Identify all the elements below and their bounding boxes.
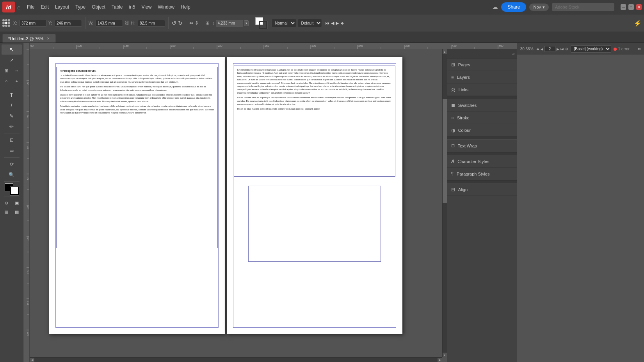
menu-file[interactable]: File: [24, 3, 37, 11]
line-tool[interactable]: /: [2, 100, 22, 110]
w-input[interactable]: [96, 20, 123, 27]
align-distribute-icon[interactable]: ⊞: [205, 20, 210, 26]
lightning-icon[interactable]: ⚡: [634, 20, 642, 27]
first-page-button[interactable]: ⏮: [536, 47, 539, 51]
selection-tool[interactable]: ↖: [2, 44, 22, 55]
menu-table[interactable]: Table: [109, 3, 126, 11]
menu-in5[interactable]: in5: [126, 3, 139, 11]
share-button[interactable]: Share: [501, 2, 526, 12]
prev-frame-button[interactable]: ⏮: [325, 21, 329, 25]
menu-edit[interactable]: Edit: [37, 3, 52, 11]
flip-v-button[interactable]: ⇕: [195, 20, 199, 26]
content-placer[interactable]: +: [12, 76, 22, 86]
menu-type[interactable]: Type: [72, 3, 89, 11]
content-collector[interactable]: ○: [1, 76, 11, 86]
h-input[interactable]: [138, 20, 165, 27]
w-dim-group: W:: [89, 20, 123, 27]
type-tool[interactable]: T: [2, 90, 22, 100]
text-frame-left[interactable]: Ferorespério corumqui rerunt. Ur aci den…: [56, 67, 218, 248]
scroll-left-button[interactable]: ◀: [30, 358, 34, 362]
adobe-stock-search[interactable]: [552, 3, 614, 11]
rectangle-frame-tool[interactable]: ⊡: [2, 135, 22, 145]
menu-help[interactable]: Help: [178, 3, 194, 11]
win-maximize-button[interactable]: □: [628, 4, 634, 10]
menu-layout[interactable]: Layout: [52, 3, 72, 11]
x-input[interactable]: [20, 20, 47, 27]
w-label: W:: [89, 21, 95, 25]
panel-item-paragraph-styles[interactable]: ¶ Paragraph Styles: [447, 168, 517, 180]
horizontal-scrollbar[interactable]: ◀ ▶: [30, 357, 442, 362]
text-frame-right-top[interactable]: Em landebis modit faccum rernam que la v…: [234, 66, 395, 177]
month-selector[interactable]: Nov▾: [529, 4, 549, 11]
menu-object[interactable]: Object: [89, 3, 109, 11]
transform-reference[interactable]: [2, 19, 10, 27]
preview-view-button[interactable]: ▣: [12, 199, 22, 207]
transform-dropdown[interactable]: Normal: [272, 19, 296, 27]
menu-window[interactable]: Window: [155, 3, 178, 11]
gap-tool[interactable]: ↔: [12, 66, 22, 76]
normal-view-button[interactable]: ⊙: [1, 199, 11, 207]
next-button[interactable]: ▶: [336, 21, 339, 26]
y-coord-group: Y:: [48, 20, 82, 27]
page-tool[interactable]: ⊞: [1, 66, 11, 76]
next-page-button[interactable]: ▶: [557, 47, 559, 51]
page-number-input[interactable]: [544, 46, 555, 52]
tab-close-button[interactable]: ✕: [47, 37, 50, 41]
pencil-tool[interactable]: ✏: [2, 121, 22, 131]
direct-selection-tool[interactable]: ↗: [2, 55, 22, 65]
vertical-scrollbar[interactable]: ▲ ▼: [442, 49, 447, 357]
links-icon: ⛓: [451, 87, 455, 92]
panel-item-layers[interactable]: ≡ Layers: [447, 71, 517, 83]
v-scroll-thumb[interactable]: [443, 99, 447, 203]
panel-collapse-button[interactable]: «: [512, 51, 515, 56]
scroll-right-button[interactable]: ▶: [438, 358, 442, 362]
panel-item-colour[interactable]: ◑ Colour: [447, 124, 517, 137]
flip-h-button[interactable]: ⇔: [189, 20, 193, 26]
pen-tool[interactable]: ✎: [2, 111, 22, 121]
stroke-swatch[interactable]: [259, 21, 267, 29]
panel-item-character-styles[interactable]: A Character Styles: [447, 155, 517, 168]
text-frame-right-bottom[interactable]: [248, 186, 381, 262]
next-frame-button[interactable]: ⏭: [340, 21, 345, 25]
svg-text:100: 100: [27, 205, 29, 209]
spacing-dropdown[interactable]: ▾: [244, 20, 249, 26]
panel-item-stroke[interactable]: ○ Stroke: [447, 112, 517, 124]
chain-icon[interactable]: ⛓: [125, 20, 129, 26]
rotate-cw-button[interactable]: ↻: [178, 20, 183, 26]
bleed-view-button[interactable]: ▦: [1, 208, 11, 216]
rotate-ccw-button[interactable]: ↺: [172, 20, 176, 26]
free-transform-tool[interactable]: ⟳: [2, 159, 22, 169]
page-options-button[interactable]: ⚙: [565, 47, 568, 51]
pages-label: Pages: [458, 62, 470, 67]
left-page-body3: Musaero tem laceprori il et aut optam vi…: [60, 93, 214, 103]
panel-item-textwrap[interactable]: ⊡ Text Wrap: [447, 140, 517, 152]
panel-separator-4: [447, 180, 517, 183]
scroll-down-button[interactable]: ▼: [443, 353, 447, 357]
rectangle-tool[interactable]: ▭: [2, 146, 22, 156]
win-close-button[interactable]: ✕: [636, 4, 642, 10]
home-icon[interactable]: ⌂: [17, 4, 21, 11]
error-badge[interactable]: 1 error: [614, 47, 630, 51]
document-tab[interactable]: *Untitled-2 @ 76% ✕: [2, 34, 56, 43]
stroke-color-swatch[interactable]: [10, 186, 19, 195]
scroll-up-button[interactable]: ▲: [443, 49, 447, 54]
prev-button[interactable]: ◀: [331, 21, 334, 26]
y-input[interactable]: [55, 20, 82, 27]
toggle-view-button[interactable]: ⇔: [637, 46, 641, 51]
x-label: X:: [13, 21, 19, 25]
canvas-body[interactable]: Ferorespério corumqui rerunt. Ur aci den…: [30, 49, 447, 362]
panel-item-pages[interactable]: ⊞ Pages: [447, 59, 517, 71]
panel-item-links[interactable]: ⛓ Links: [447, 83, 517, 96]
slug-view-button[interactable]: ▩: [12, 208, 22, 216]
zoom-tool[interactable]: 🔍: [2, 170, 22, 180]
last-page-button[interactable]: ⏭: [560, 47, 564, 51]
panel-item-swatches[interactable]: ◼ Swatches: [447, 99, 517, 112]
spacing-input[interactable]: [216, 20, 243, 27]
style-status-dropdown[interactable]: [Basic] (working): [571, 45, 611, 53]
style-dropdown[interactable]: Default: [298, 19, 322, 27]
cloud-save-button[interactable]: ☁: [492, 4, 498, 11]
prev-page-button[interactable]: ◀: [541, 47, 543, 51]
win-minimize-button[interactable]: —: [621, 4, 626, 10]
panel-item-align[interactable]: ⊟ Align: [447, 183, 517, 196]
menu-view[interactable]: View: [139, 3, 155, 11]
